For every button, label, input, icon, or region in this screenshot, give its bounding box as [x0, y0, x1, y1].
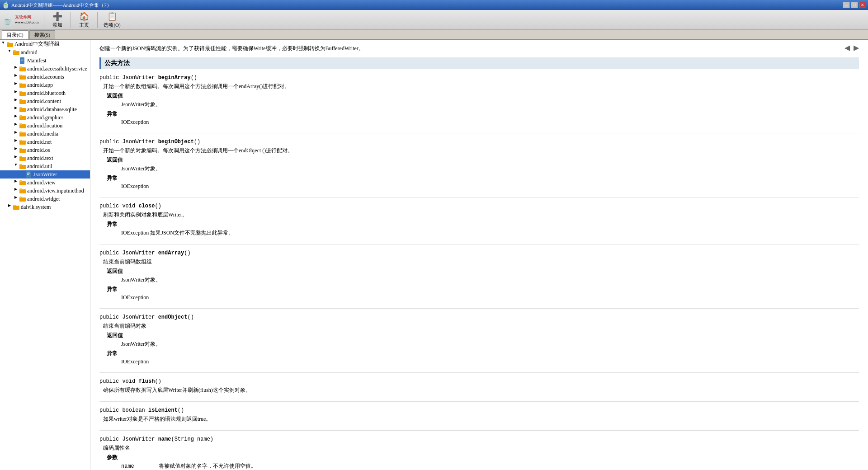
method-divider — [99, 133, 859, 133]
tree-item[interactable]: ▶android.database.sqlite — [0, 105, 90, 113]
menu-home-button[interactable]: 🏠 主页 — [73, 11, 95, 29]
method-desc: 如果writer对象是不严格的语法规则返回true。 — [103, 415, 859, 423]
tab-contents[interactable]: 目录(C) — [2, 30, 28, 39]
tree-toggle-icon[interactable]: ▶ — [13, 89, 19, 97]
tree-item[interactable]: ▶android.accounts — [0, 73, 90, 81]
method-signature: public void flush() — [99, 378, 859, 385]
tree-item[interactable]: ▶dalvik.system — [0, 203, 90, 211]
folder-icon — [19, 81, 26, 89]
svg-rect-26 — [19, 141, 26, 145]
tree-item[interactable]: ▶android.view.inputmethod — [0, 187, 90, 195]
tree-toggle-icon[interactable]: ▶ — [6, 203, 13, 211]
tree-toggle-icon[interactable]: ▶ — [13, 122, 19, 129]
tree-toggle-icon[interactable]: ▶ — [13, 114, 19, 121]
menu-options-button[interactable]: 📋 选项(O) — [99, 11, 124, 29]
svg-rect-44 — [13, 206, 19, 210]
site-url: www.d59.com — [15, 20, 38, 25]
svg-rect-8 — [19, 67, 26, 71]
folder-icon — [19, 138, 26, 146]
menu-sep-3 — [97, 12, 98, 28]
tree-toggle-icon[interactable]: ▶ — [13, 130, 19, 137]
tree-item-label: android.view.inputmethod — [27, 188, 84, 194]
tree-item[interactable]: ▶android.accessibilityservice — [0, 65, 90, 73]
method-block: public void flush()确保所有缓存数据写入底层Writer并刷新… — [99, 378, 859, 394]
tree-toggle-icon[interactable]: ▶ — [13, 138, 19, 146]
content-area[interactable]: ◀ ▶ 创建一个新的JSON编码流的实例。为了获得最佳性能，需要确保Write缓… — [90, 40, 868, 470]
tree-toggle-icon[interactable]: ▼ — [6, 49, 13, 56]
tree-item-label: android.accessibilityservice — [27, 66, 87, 72]
method-desc: 开始一个新的对象编码。每次调用这个方法必须调用一个endObject ()进行配… — [103, 147, 859, 155]
exception-value: IOException — [121, 294, 859, 301]
tree-toggle-icon[interactable]: ▶ — [13, 73, 19, 80]
tree-toggle-icon[interactable] — [13, 57, 19, 64]
tree-toggle-icon[interactable]: ▶ — [13, 146, 19, 154]
tree-item-label: android.os — [27, 147, 50, 154]
tree-item-label: android.content — [27, 98, 61, 105]
method-signature: public JsonWriter beginArray() — [99, 75, 859, 81]
tree-item-label: JsonWriter — [33, 171, 57, 178]
tree-item[interactable]: Manifest — [0, 56, 90, 65]
tree-item[interactable]: ▶android.location — [0, 122, 90, 130]
svg-rect-13 — [19, 83, 22, 84]
tree-item[interactable]: ▼android.util — [0, 162, 90, 170]
svg-rect-12 — [19, 84, 26, 88]
method-desc: 结束当前编码对象 — [103, 322, 859, 330]
method-divider — [99, 244, 859, 244]
tree-toggle-icon[interactable]: ▶ — [13, 195, 19, 202]
tree-item[interactable]: ▶android.media — [0, 130, 90, 138]
tab-search[interactable]: 搜索(S) — [29, 30, 55, 39]
sidebar[interactable]: ▼Android中文翻译组▼android Manifest▶android.a… — [0, 40, 90, 470]
folder-icon — [6, 41, 14, 48]
svg-rect-22 — [19, 124, 26, 128]
options-icon: 📋 — [107, 11, 117, 21]
tree-item[interactable]: ▶android.graphics — [0, 113, 90, 122]
folder-icon — [19, 195, 26, 202]
exception-label: 异常 — [107, 110, 859, 118]
tree-item[interactable]: ▶android.bluetooth — [0, 89, 90, 97]
tree-toggle-icon[interactable]: ▶ — [13, 81, 19, 89]
main-layout: ▼Android中文翻译组▼android Manifest▶android.a… — [0, 40, 868, 470]
tree-item[interactable]: JsonWriter — [0, 170, 90, 179]
svg-rect-41 — [19, 188, 22, 190]
svg-rect-7 — [21, 61, 23, 61]
tree-item[interactable]: ▶android.widget — [0, 195, 90, 203]
method-block: public JsonWriter name(String name)编码属性名… — [99, 436, 859, 470]
tree-item[interactable]: ▶android.os — [0, 146, 90, 154]
tree-toggle-icon[interactable] — [19, 171, 25, 178]
nav-forward-button[interactable]: ▶ — [854, 43, 861, 51]
titlebar: 🍵 Android中文翻译组——Android中文合集（7） ─ □ ✕ — [0, 0, 868, 10]
tree-toggle-icon[interactable]: ▶ — [13, 106, 19, 113]
folder-icon — [19, 179, 26, 186]
site-name: 东软件网 — [15, 15, 38, 20]
menu-add-button[interactable]: ➕ 添加 — [46, 11, 69, 29]
tree-item[interactable]: ▼Android中文翻译组 — [0, 40, 90, 48]
tree-item[interactable]: ▼android — [0, 48, 90, 56]
tree-item-label: android.accounts — [27, 74, 64, 80]
tree-item[interactable]: ▶android.view — [0, 179, 90, 187]
tree-toggle-icon[interactable]: ▶ — [13, 155, 19, 162]
nav-back-button[interactable]: ◀ — [844, 43, 852, 51]
close-button[interactable]: ✕ — [859, 2, 866, 8]
tree-toggle-icon[interactable]: ▶ — [13, 65, 19, 72]
svg-rect-17 — [19, 99, 22, 100]
tree-item[interactable]: ▶android.content — [0, 97, 90, 105]
tree-toggle-icon[interactable]: ▶ — [13, 179, 19, 186]
tree-toggle-icon[interactable]: ▼ — [13, 163, 19, 170]
svg-rect-29 — [19, 148, 22, 149]
tree-item[interactable]: ▶android.net — [0, 138, 90, 146]
method-divider — [99, 197, 859, 197]
tree-item[interactable]: ▶android.text — [0, 154, 90, 162]
folder-icon — [13, 49, 20, 56]
maximize-button[interactable]: □ — [851, 2, 858, 8]
svg-rect-36 — [27, 174, 30, 174]
tree-toggle-icon[interactable]: ▼ — [0, 41, 6, 48]
return-value: JsonWriter对象。 — [121, 276, 859, 284]
tree-item-label: android.database.sqlite — [27, 106, 77, 113]
folder-icon — [13, 203, 20, 211]
tree-item[interactable]: ▶android.app — [0, 81, 90, 89]
tree-toggle-icon[interactable]: ▶ — [13, 187, 19, 194]
tree-toggle-icon[interactable]: ▶ — [13, 98, 19, 105]
minimize-button[interactable]: ─ — [843, 2, 850, 8]
tree-item-label: android.app — [27, 82, 53, 89]
tree-item-label: android.net — [27, 139, 52, 146]
